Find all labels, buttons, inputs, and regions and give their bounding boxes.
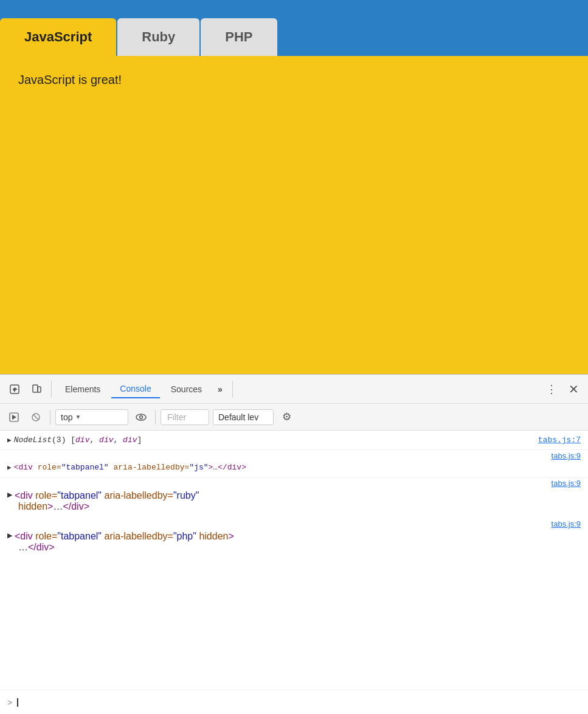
- console-input-row: >: [0, 690, 588, 714]
- console-cursor: [17, 698, 18, 707]
- device-toggle-button[interactable]: [27, 380, 46, 399]
- svg-rect-2: [38, 387, 41, 392]
- source-link-2[interactable]: tabs.js:9: [552, 451, 581, 460]
- tab-sources[interactable]: Sources: [162, 381, 210, 398]
- tab-content-javascript: JavaScript is great!: [0, 56, 588, 374]
- tab-strip: JavaScript Ruby PHP: [0, 0, 588, 56]
- console-block-button[interactable]: [27, 408, 45, 426]
- console-settings-button[interactable]: ⚙: [277, 408, 296, 426]
- tab-php[interactable]: PHP: [201, 18, 277, 56]
- console-row-tabpanel-js: ▶ <div role="tabpanel" aria-labelledby="…: [0, 460, 588, 477]
- source-link-3[interactable]: tabs.js:9: [552, 479, 581, 488]
- console-toolbar-sep2: [155, 410, 156, 425]
- tab-elements[interactable]: Elements: [57, 381, 109, 398]
- source-link-1[interactable]: tabs.js:7: [538, 435, 581, 445]
- console-row-tabpanel-ruby: ▶ <div role="tabpanel" aria-labelledby="…: [0, 488, 588, 518]
- console-row-tabpanel-php: ▶ <div role="tabpanel" aria-labelledby="…: [0, 529, 588, 559]
- svg-rect-1: [33, 385, 38, 392]
- source-link-row-2: tabs.js:9: [0, 450, 588, 460]
- inspect-element-button[interactable]: [5, 380, 24, 399]
- eye-button[interactable]: [132, 408, 150, 426]
- page-top: JavaScript Ruby PHP JavaScript is great!: [0, 0, 588, 374]
- expand-arrow-icon-3[interactable]: ▶: [7, 491, 12, 499]
- devtools-menu-button[interactable]: ⋮: [542, 380, 561, 399]
- svg-line-6: [33, 414, 39, 420]
- svg-point-7: [136, 414, 146, 420]
- console-output: ▶ NodeList(3) [div, div, div] tabs.js:7 …: [0, 431, 588, 690]
- tab-console[interactable]: Console: [111, 380, 159, 398]
- source-link-row-3: tabs.js:9: [0, 477, 588, 488]
- log-level-dropdown[interactable]: Default lev: [213, 409, 274, 425]
- filter-input[interactable]: Filter: [161, 409, 209, 425]
- devtools-toolbar: Elements Console Sources » ⋮ ✕: [0, 375, 588, 404]
- console-toolbar: top ▼ Filter Default lev ⚙: [0, 404, 588, 431]
- more-tabs-button[interactable]: »: [213, 384, 227, 394]
- tab-ruby[interactable]: Ruby: [117, 18, 199, 56]
- svg-marker-4: [12, 415, 16, 420]
- expand-arrow-icon[interactable]: ▶: [7, 436, 12, 444]
- expand-arrow-icon-4[interactable]: ▶: [7, 532, 12, 539]
- source-link-row-4: tabs.js:9: [0, 518, 588, 529]
- console-row-nodelist: ▶ NodeList(3) [div, div, div] tabs.js:7: [0, 431, 588, 450]
- toolbar-separator-2: [232, 381, 233, 398]
- devtools-panel: Elements Console Sources » ⋮ ✕: [0, 374, 588, 714]
- toolbar-separator-1: [51, 381, 52, 398]
- tab-javascript[interactable]: JavaScript: [0, 18, 116, 56]
- console-toolbar-sep: [50, 410, 50, 425]
- context-dropdown[interactable]: top ▼: [55, 409, 128, 425]
- dropdown-arrow-icon: ▼: [75, 414, 81, 420]
- source-link-4[interactable]: tabs.js:9: [552, 519, 581, 529]
- expand-arrow-icon-2[interactable]: ▶: [7, 463, 12, 471]
- svg-point-8: [140, 415, 143, 418]
- console-play-button[interactable]: [5, 408, 23, 426]
- devtools-close-button[interactable]: ✕: [564, 380, 583, 399]
- console-chevron-icon: >: [7, 698, 12, 707]
